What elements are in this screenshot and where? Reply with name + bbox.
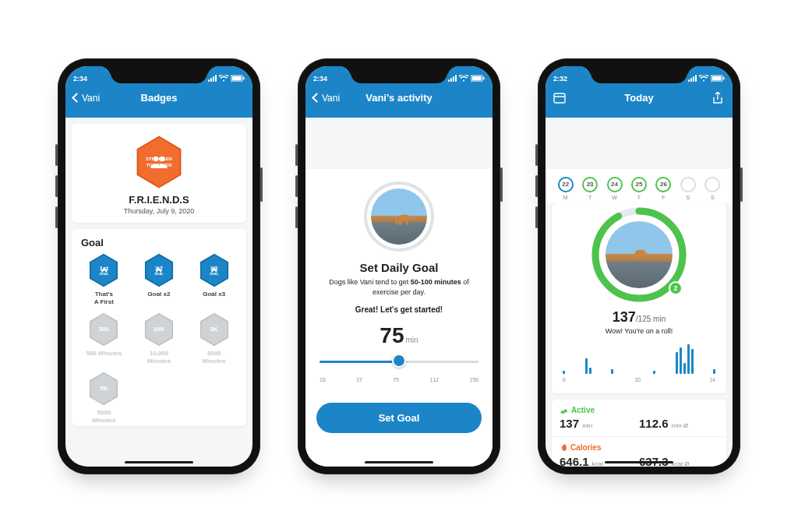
featured-badge-hex: STRONGER TOGETHER bbox=[134, 135, 184, 189]
chevron-left-icon bbox=[72, 93, 82, 103]
dog-icon bbox=[391, 207, 413, 229]
badge-10k[interactable]: 10K10,000Minutes bbox=[132, 312, 187, 365]
svg-rect-10 bbox=[712, 76, 722, 81]
svg-rect-11 bbox=[723, 77, 725, 80]
home-indicator[interactable] bbox=[605, 461, 673, 463]
week-days-row: 22M23T24W25T26FSS bbox=[546, 169, 733, 203]
day-S[interactable]: S bbox=[676, 177, 700, 200]
heading: Set Daily Goal bbox=[305, 261, 493, 274]
svg-rect-2 bbox=[232, 76, 242, 81]
progress-message: Wow! You're on a roll! bbox=[552, 327, 726, 335]
badge-500[interactable]: 500500 Minutes bbox=[76, 312, 132, 365]
goal-slider[interactable]: 103775112150 bbox=[320, 356, 478, 382]
wifi-icon bbox=[459, 75, 468, 82]
badge-first[interactable]: 1stGOALThat'sA First bbox=[76, 253, 132, 306]
svg-point-5 bbox=[160, 156, 165, 161]
phone-today: 2:32 Today 22M23T24W25T26FSS bbox=[538, 58, 740, 474]
hour-labels: 61014 bbox=[552, 377, 726, 387]
badge-3k[interactable]: 3K3000Minutes bbox=[186, 312, 242, 365]
wifi-icon bbox=[219, 75, 228, 82]
goal-badges-card: Goal 1stGOALThat'sA FirstX2GOALGoal x2X3… bbox=[72, 229, 246, 426]
badge-5k[interactable]: 5K5000Minutes bbox=[76, 372, 132, 425]
slider-knob[interactable] bbox=[392, 354, 406, 368]
battery-icon bbox=[711, 75, 725, 82]
notch bbox=[111, 66, 207, 83]
description: Dogs like Vani tend to get 50-100 minute… bbox=[305, 277, 493, 298]
metric-active[interactable]: Active 137 min 112.6 min Ø bbox=[552, 400, 726, 436]
pet-avatar[interactable] bbox=[603, 219, 675, 291]
set-goal-button[interactable]: Set Goal bbox=[316, 403, 482, 433]
back-button[interactable]: Vani bbox=[313, 93, 340, 104]
people-icon bbox=[146, 156, 172, 168]
goal-value: 75min bbox=[305, 323, 493, 348]
status-time: 2:32 bbox=[553, 75, 567, 83]
section-header: Goal bbox=[72, 229, 246, 253]
back-label: Vani bbox=[82, 93, 100, 104]
flame-icon bbox=[560, 443, 567, 453]
home-indicator[interactable] bbox=[365, 461, 433, 463]
featured-badge-card: STRONGER TOGETHER F.R.I.E.N.D.S Thursday… bbox=[72, 124, 246, 223]
dog-icon bbox=[627, 242, 649, 264]
svg-rect-8 bbox=[483, 77, 485, 80]
dog-run-icon bbox=[560, 406, 568, 414]
wifi-icon bbox=[699, 75, 708, 82]
back-button[interactable]: Vani bbox=[73, 93, 100, 104]
day-T[interactable]: 25T bbox=[627, 177, 651, 200]
svg-rect-3 bbox=[243, 77, 245, 80]
metrics-card: Active 137 min 112.6 min Ø Calories 646.… bbox=[552, 400, 726, 467]
svg-point-4 bbox=[154, 156, 159, 161]
streak-badge: 2 bbox=[669, 281, 683, 295]
back-label: Vani bbox=[322, 93, 340, 104]
notch bbox=[351, 66, 447, 83]
day-M[interactable]: 22M bbox=[553, 177, 577, 200]
day-S[interactable]: S bbox=[701, 177, 725, 200]
page-title: Vani's activity bbox=[365, 92, 432, 104]
notch bbox=[591, 66, 687, 83]
status-time: 2:34 bbox=[313, 75, 327, 83]
phone-badges: 2:34 Vani Badges bbox=[58, 58, 260, 474]
badge-x2[interactable]: X2GOALGoal x2 bbox=[132, 253, 187, 306]
hourly-bars bbox=[552, 335, 726, 377]
status-time: 2:34 bbox=[73, 75, 87, 83]
battery-icon bbox=[471, 75, 485, 82]
phone-set-goal: 2:34 Vani Vani's activity Set Daily Goal bbox=[298, 58, 500, 474]
progress-card: 2 137/125 min Wow! You're on a roll! bbox=[552, 203, 726, 393]
page-title: Badges bbox=[141, 92, 178, 104]
battery-icon bbox=[231, 75, 245, 82]
chevron-left-icon bbox=[312, 93, 322, 103]
day-F[interactable]: 26F bbox=[651, 177, 676, 200]
share-button[interactable] bbox=[712, 92, 723, 104]
featured-date: Thursday, July 9, 2020 bbox=[72, 207, 246, 215]
confirm-line: Great! Let's get started! bbox=[305, 305, 493, 314]
day-W[interactable]: 24W bbox=[602, 177, 627, 200]
progress-ring: 2 bbox=[589, 205, 689, 305]
progress-value: 137/125 min bbox=[552, 309, 726, 326]
day-T[interactable]: 23T bbox=[577, 177, 602, 200]
home-indicator[interactable] bbox=[125, 461, 193, 463]
calendar-button[interactable] bbox=[553, 92, 566, 104]
badge-grid: 1stGOALThat'sA FirstX2GOALGoal x2X3GOALG… bbox=[72, 253, 246, 426]
svg-rect-7 bbox=[472, 76, 482, 81]
page-title: Today bbox=[624, 92, 653, 104]
svg-rect-12 bbox=[554, 93, 565, 103]
pet-avatar bbox=[364, 181, 434, 252]
badge-x3[interactable]: X3GOALGoal x3 bbox=[186, 253, 242, 306]
featured-title: F.R.I.E.N.D.S bbox=[72, 194, 246, 206]
slider-ticks: 103775112150 bbox=[320, 377, 478, 382]
